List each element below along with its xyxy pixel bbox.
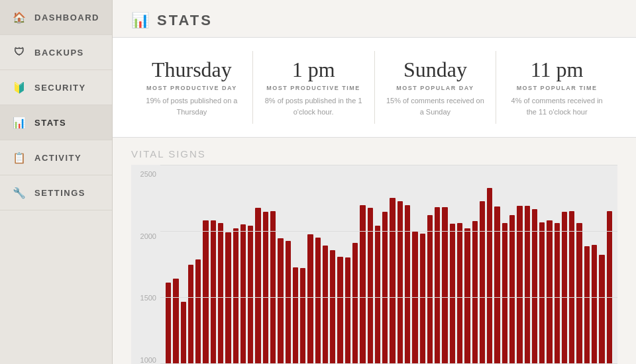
bar — [255, 208, 260, 364]
bar — [286, 241, 291, 364]
settings-icon: 🔧 — [13, 186, 26, 199]
stat-desc-0: 19% of posts published on a Thursday — [142, 95, 242, 117]
sidebar-item-dashboard[interactable]: 🏠DASHBOARD — [0, 0, 112, 35]
page-header: 📊 STATS — [113, 0, 636, 38]
bar — [225, 232, 231, 364]
bar — [270, 211, 276, 364]
bar — [315, 238, 321, 364]
chart-container: 2500200015001000 — [131, 165, 617, 364]
bar — [494, 206, 500, 364]
stats-icon: 📊 — [13, 116, 26, 129]
stat-desc-2: 15% of comments received on a Sunday — [386, 95, 486, 117]
stat-big-1: 1 pm — [264, 58, 364, 82]
bar — [517, 206, 522, 364]
bar — [472, 221, 478, 364]
y-axis: 2500200015001000 — [131, 165, 160, 364]
bar — [166, 283, 171, 364]
bar — [532, 209, 537, 364]
vital-signs-title: VITAL SIGNS — [131, 148, 617, 159]
bar — [233, 228, 238, 364]
vital-signs-section: VITAL SIGNS 2500200015001000 — [113, 138, 636, 364]
stat-card-0: ThursdayMOST PRODUCTIVE DAY19% of posts … — [131, 51, 253, 124]
stat-desc-3: 4% of comments received in the 11 o'cloc… — [507, 95, 607, 117]
bar — [412, 232, 417, 364]
bar — [480, 201, 485, 364]
sidebar-item-backups[interactable]: 🛡BACKUPS — [0, 35, 112, 70]
backups-icon: 🛡 — [13, 46, 26, 59]
stat-cards: ThursdayMOST PRODUCTIVE DAY19% of posts … — [113, 38, 636, 138]
bar — [576, 223, 582, 364]
bars-area — [160, 165, 617, 364]
stat-big-0: Thursday — [142, 58, 242, 82]
bar — [509, 215, 515, 364]
bar — [487, 188, 492, 364]
bar — [203, 220, 208, 364]
bar — [502, 223, 507, 364]
bar — [240, 224, 246, 364]
bar — [352, 243, 358, 364]
y-label-3: 1000 — [140, 356, 156, 364]
bar — [562, 212, 567, 364]
bar — [382, 212, 388, 364]
stat-sub-2: MOST POPULAR DAY — [386, 85, 486, 91]
bar — [248, 226, 253, 364]
stat-big-2: Sunday — [386, 58, 486, 82]
bar — [293, 267, 298, 365]
stats-header-icon: 📊 — [131, 12, 149, 29]
bar — [547, 220, 552, 364]
stats-label: STATS — [34, 118, 66, 128]
bar — [525, 206, 530, 364]
page-title: STATS — [157, 12, 213, 29]
bar — [300, 268, 305, 364]
stat-card-1: 1 pmMOST PRODUCTIVE TIME8% of posts publ… — [253, 51, 375, 124]
stat-sub-0: MOST PRODUCTIVE DAY — [142, 85, 242, 91]
stat-sub-1: MOST PRODUCTIVE TIME — [264, 85, 364, 91]
stat-big-3: 11 pm — [507, 58, 607, 82]
stat-desc-1: 8% of posts published in the 1 o'clock h… — [264, 95, 364, 117]
security-icon: 🔰 — [13, 81, 26, 94]
bar — [337, 257, 343, 364]
sidebar-item-settings[interactable]: 🔧SETTINGS — [0, 175, 112, 210]
dashboard-icon: 🏠 — [13, 11, 26, 24]
bar — [278, 238, 283, 364]
bar — [405, 205, 410, 364]
bar — [420, 234, 425, 364]
bar — [592, 245, 597, 364]
sidebar-item-stats[interactable]: 📊STATS — [0, 105, 112, 140]
activity-icon: 📋 — [13, 151, 26, 164]
sidebar-item-security[interactable]: 🔰SECURITY — [0, 70, 112, 105]
sidebar-item-activity[interactable]: 📋ACTIVITY — [0, 140, 112, 175]
y-label-0: 2500 — [140, 170, 156, 178]
bar — [435, 207, 440, 364]
bar — [599, 255, 604, 364]
bar — [569, 211, 574, 364]
security-label: SECURITY — [34, 83, 86, 93]
bar — [211, 220, 216, 364]
bar — [218, 223, 223, 364]
y-label-1: 2000 — [140, 232, 156, 240]
bar — [584, 246, 590, 364]
bar — [450, 224, 455, 364]
bar — [375, 226, 380, 364]
bar — [442, 207, 447, 364]
bar — [464, 228, 470, 364]
stat-card-2: SundayMOST POPULAR DAY15% of comments re… — [375, 51, 497, 124]
bar — [457, 223, 462, 364]
bar — [539, 222, 545, 364]
bar — [188, 265, 193, 364]
dashboard-label: DASHBOARD — [34, 13, 99, 23]
bar — [427, 215, 433, 364]
bar — [263, 212, 268, 364]
main-content: 📊 STATS ThursdayMOST PRODUCTIVE DAY19% o… — [113, 0, 636, 364]
y-label-2: 1500 — [140, 294, 156, 302]
activity-label: ACTIVITY — [34, 153, 81, 163]
bar — [555, 223, 560, 364]
bar — [345, 257, 350, 364]
bar — [195, 259, 201, 364]
bar — [607, 211, 612, 364]
bar — [323, 246, 328, 364]
bar — [181, 302, 186, 364]
bar — [360, 205, 365, 364]
stat-card-3: 11 pmMOST POPULAR TIME4% of comments rec… — [496, 51, 617, 124]
backups-label: BACKUPS — [34, 48, 84, 58]
